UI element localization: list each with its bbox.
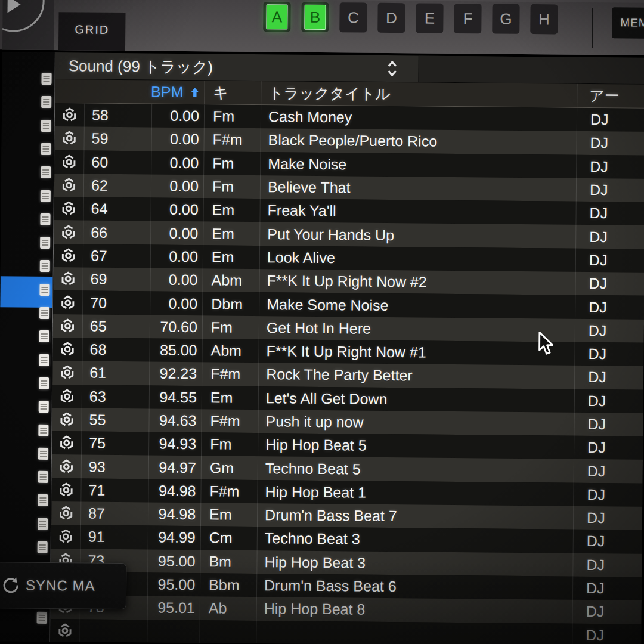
track-icon — [60, 247, 76, 264]
track-title-cell: Make Some Noise — [259, 292, 575, 318]
playlist-item-chip[interactable] — [41, 119, 51, 131]
playlist-item-chip[interactable] — [38, 541, 48, 553]
playlist-item-chip[interactable] — [38, 518, 48, 530]
playlist-item-chip[interactable] — [39, 284, 49, 296]
track-icon-cell — [51, 478, 80, 502]
track-bpm-cell: 95.00 — [147, 572, 200, 596]
track-icon — [60, 271, 76, 287]
track-icon-cell — [53, 267, 82, 291]
track-title-cell: Black People/Puerto Rico — [260, 128, 576, 154]
track-bpm-cell: 94.63 — [148, 408, 201, 432]
bank-button-F[interactable]: F — [454, 4, 481, 33]
column-header-key[interactable]: キ — [204, 80, 261, 104]
play-icon — [8, 0, 21, 13]
column-header-artist[interactable]: アー — [577, 84, 644, 108]
bank-button-A[interactable]: A — [263, 2, 290, 32]
track-number-cell: 75 — [81, 432, 148, 456]
track-icon-cell — [53, 290, 82, 314]
playlist-item-chip[interactable] — [38, 471, 48, 483]
bank-button-label: E — [419, 6, 439, 30]
track-icon — [61, 154, 77, 170]
track-icon-cell — [53, 314, 82, 338]
track-artist-cell: DJ — [574, 342, 643, 366]
playlist-item-chip[interactable] — [40, 237, 50, 249]
track-bpm-cell: 85.00 — [149, 338, 202, 362]
track-title-cell: Techno Beat 5 — [258, 457, 574, 483]
track-icon — [57, 623, 73, 639]
memo-button[interactable]: MEMO — [612, 7, 644, 39]
track-number-cell: 59 — [83, 127, 151, 151]
transport-area — [2, 0, 54, 50]
playlist-item-chip[interactable] — [37, 612, 47, 624]
track-bpm-cell: 0.00 — [150, 292, 202, 315]
playlist-item-chip[interactable] — [41, 190, 51, 202]
track-icon-cell — [52, 385, 82, 408]
track-bpm-cell: 0.00 — [150, 221, 203, 245]
track-bpm-cell: 0.00 — [151, 104, 204, 128]
playlist-item-chip[interactable] — [40, 260, 50, 272]
playlist-item-chip[interactable] — [38, 424, 48, 436]
playlist-item-chip[interactable] — [39, 401, 49, 413]
track-icon — [61, 131, 78, 147]
track-key-cell: Em — [203, 222, 259, 246]
bank-button-D[interactable]: D — [377, 3, 405, 33]
track-title-cell: Techno Beat 3 — [257, 527, 573, 553]
track-number-cell: 61 — [82, 361, 149, 385]
track-title-cell: F**K It Up Right Now #1 — [258, 339, 574, 366]
bank-button-B[interactable]: B — [301, 2, 329, 32]
track-bpm-cell: 94.55 — [149, 385, 202, 409]
track-number-cell: 91 — [80, 525, 148, 549]
column-header-title[interactable]: トラックタイトル — [261, 81, 577, 107]
track-icon-cell — [51, 501, 80, 525]
tab-grid[interactable]: GRID — [58, 12, 126, 51]
track-key-cell: Em — [203, 198, 259, 222]
sort-toggle-icon[interactable] — [382, 58, 402, 79]
table-row[interactable]: DJ — [50, 619, 641, 644]
track-icon-cell — [52, 361, 82, 385]
track-title-cell: Get Hot In Here — [259, 316, 575, 342]
playlist-item-chip[interactable] — [40, 213, 50, 225]
track-icon-cell — [54, 221, 83, 244]
track-icon — [58, 529, 74, 545]
track-bpm-cell: 95.01 — [147, 596, 200, 620]
track-artist-cell: DJ — [575, 318, 644, 342]
sync-manager-button[interactable]: SYNC MA — [0, 562, 126, 609]
track-title-cell: F**K It Up Right Now #2 — [259, 269, 575, 295]
bank-button-H[interactable]: H — [530, 4, 558, 34]
track-title-cell: Cash Money — [261, 105, 577, 131]
track-bpm-cell: 94.98 — [148, 479, 200, 503]
track-title-cell: Hip Hop Beat 8 — [256, 597, 572, 623]
track-title-cell: Hip Hop Beat 5 — [258, 433, 574, 459]
track-bpm-cell: 94.97 — [148, 456, 201, 479]
track-icon — [60, 295, 76, 311]
playlist-item-chip[interactable] — [41, 73, 51, 85]
track-number-cell: 60 — [83, 150, 151, 174]
playlist-item-chip[interactable] — [39, 330, 49, 342]
playlist-item-chip[interactable] — [39, 377, 49, 389]
column-header-bpm[interactable]: BPM — [84, 83, 204, 101]
track-title-cell: Hip Hop Beat 1 — [257, 480, 573, 506]
playlist-item-chip[interactable] — [39, 354, 49, 366]
playlist-item-chip[interactable] — [41, 96, 51, 108]
playlist-item-chip[interactable] — [39, 307, 49, 319]
track-artist-cell: DJ — [574, 389, 643, 413]
track-number-cell: 55 — [81, 408, 148, 432]
track-key-cell: Bbm — [200, 573, 256, 597]
bank-button-G[interactable]: G — [492, 4, 519, 33]
bank-button-E[interactable]: E — [416, 3, 443, 33]
track-bpm-cell: 0.00 — [151, 151, 203, 175]
track-key-cell: F#m — [200, 479, 257, 503]
playlist-sidebar — [0, 52, 55, 642]
playlist-item-chip[interactable] — [38, 494, 48, 506]
playlist-item-chip[interactable] — [41, 166, 51, 178]
track-icon — [58, 435, 75, 451]
track-bpm-cell: 0.00 — [150, 244, 203, 268]
playlist-item-chip[interactable] — [41, 143, 51, 155]
playlist-item-chip[interactable] — [38, 448, 48, 460]
track-artist-cell: DJ — [575, 225, 644, 249]
track-title-cell: Put Your Hands Up — [259, 222, 575, 249]
playlist-title[interactable]: Sound (99 トラック) — [69, 52, 213, 80]
bank-button-C[interactable]: C — [339, 2, 367, 32]
track-icon — [60, 224, 76, 240]
track-bpm-cell: 95.00 — [147, 549, 200, 573]
